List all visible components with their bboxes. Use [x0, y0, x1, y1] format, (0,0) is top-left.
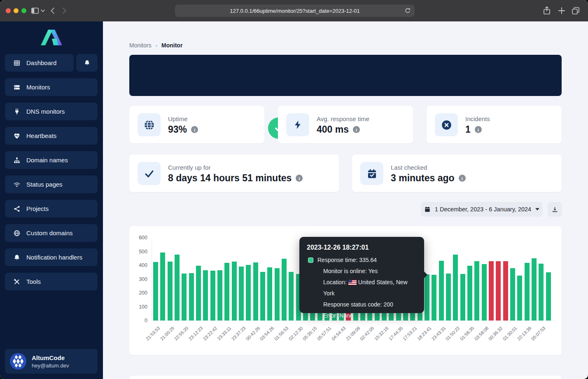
- sidebar-item-monitors[interactable]: Monitors: [5, 78, 98, 96]
- tooltip-location: Location:United States, New York: [307, 277, 417, 299]
- x-axis-label: 22:55:20: [163, 325, 189, 352]
- forward-button[interactable]: [59, 6, 68, 15]
- sidebar-item-label: Custom domains: [26, 229, 73, 236]
- avg-response-card: Avg. response time 400 ms: [278, 106, 413, 143]
- sidebar-item-status-pages[interactable]: Status pages: [5, 175, 98, 193]
- app-logo-icon[interactable]: [40, 27, 63, 48]
- sidebar-item-dns-monitors[interactable]: DNS monitors: [5, 103, 98, 120]
- user-profile[interactable]: AltumCode hey@altum.dev: [5, 349, 98, 374]
- stat-label: Uptime: [168, 115, 188, 122]
- date-range-picker[interactable]: 1 December, 2023 - 6 January, 2024: [421, 202, 543, 217]
- sidebar-item-label: Status pages: [26, 181, 63, 188]
- bell-icon: [13, 254, 21, 261]
- avatar: [10, 353, 26, 370]
- share-nodes-icon: [13, 205, 21, 213]
- x-axis-label: 05:35:15: [291, 325, 318, 352]
- sidebar-item-dashboard[interactable]: Dashboard: [5, 54, 74, 72]
- sidebar-item-tools[interactable]: Tools: [5, 273, 98, 290]
- info-icon[interactable]: [475, 126, 482, 133]
- stat-label: Avg. response time: [317, 115, 369, 122]
- sidebar-item-domain-names[interactable]: Domain names: [5, 151, 98, 169]
- share-icon[interactable]: [542, 6, 552, 16]
- sidebar-item-label: Monitors: [26, 84, 50, 91]
- check-icon: [138, 162, 161, 185]
- sidebar-item-label: DNS monitors: [26, 108, 65, 115]
- new-tab-icon[interactable]: [557, 6, 567, 16]
- incidents-card: Incidents 1: [427, 106, 562, 143]
- back-button[interactable]: [49, 6, 58, 15]
- zoom-window-button[interactable]: [21, 8, 26, 13]
- sidebar-item-heartbeats[interactable]: Heartbeats: [5, 127, 98, 145]
- export-button[interactable]: [548, 202, 562, 217]
- circle-xmark-icon: [435, 113, 458, 136]
- x-axis-label: 03:58:08: [462, 325, 489, 352]
- stat-value: 8 days 14 hours 51 minutes: [168, 173, 292, 184]
- next-section-card: [129, 376, 562, 379]
- wifi-icon: [13, 181, 21, 188]
- calendar-icon: [424, 206, 431, 213]
- breadcrumb: Monitors › Monitor: [129, 42, 182, 49]
- chevron-down-icon[interactable]: [41, 9, 45, 13]
- calendar-check-icon: [360, 162, 383, 185]
- sidebar-item-custom-domains[interactable]: Custom domains: [5, 224, 98, 242]
- info-icon[interactable]: [353, 126, 360, 133]
- x-axis-label: 15:32:16: [362, 325, 389, 352]
- x-axis-label: 23:12:23: [177, 325, 203, 352]
- bolt-icon: [286, 113, 309, 136]
- x-axis-label: 01:58:35: [448, 325, 475, 352]
- download-icon: [551, 206, 558, 213]
- sidebar-toggle-icon[interactable]: [30, 6, 40, 15]
- tooltip-status-code: Response status code: 200: [307, 299, 417, 310]
- sidebar-item-projects[interactable]: Projects: [5, 200, 98, 218]
- x-axis-label: 17:44:35: [377, 325, 404, 352]
- sidebar: Dashboard Monitors DNS monitors Heartbea…: [0, 21, 103, 379]
- stat-value: 93%: [168, 124, 187, 135]
- us-flag-icon: [348, 280, 357, 285]
- tooltip-error: Error: None: [307, 310, 417, 321]
- sidebar-item-notification-handlers[interactable]: Notification handlers: [5, 248, 98, 266]
- sitemap-icon: [13, 157, 21, 164]
- globe-icon: [13, 229, 21, 237]
- breadcrumb-monitors[interactable]: Monitors: [129, 42, 152, 49]
- bell-icon: [84, 59, 91, 66]
- x-axis-label: 04:54:43: [320, 325, 346, 352]
- user-email: hey@altum.dev: [32, 363, 69, 369]
- grid-icon: [13, 59, 21, 67]
- address-bar[interactable]: 127.0.0.1/66uptime/monitor/25?start_date…: [175, 5, 415, 17]
- tab-overview-icon[interactable]: [571, 6, 581, 16]
- x-axis-label: 03:54:26: [248, 325, 275, 352]
- browser-toolbar: 127.0.0.1/66uptime/monitor/25?start_date…: [0, 0, 588, 21]
- monitor-header-card: Example monitor https://example.com/: [129, 55, 562, 96]
- sidebar-item-label: Tools: [26, 278, 41, 285]
- tooltip-title: 2023-12-26 18:27:01: [307, 244, 417, 251]
- tooltip-response-time: Response time: 335.64: [317, 255, 377, 266]
- globe-icon: [138, 113, 161, 136]
- x-axis-label: 21:09:09: [334, 325, 361, 352]
- sidebar-item-label: Domain names: [26, 157, 68, 164]
- server-icon: [13, 84, 21, 91]
- x-axis-label: 00:42:26: [234, 325, 261, 352]
- notifications-button[interactable]: [76, 54, 98, 72]
- x-axis-label: 17:53:21: [391, 325, 418, 352]
- close-window-button[interactable]: [6, 8, 11, 13]
- minimize-window-button[interactable]: [14, 8, 19, 13]
- info-icon[interactable]: [191, 126, 198, 133]
- reload-icon[interactable]: [404, 7, 411, 14]
- x-axis-label: 01:50:22: [434, 325, 461, 352]
- info-icon[interactable]: [459, 175, 466, 182]
- tools-icon: [13, 278, 21, 285]
- x-axis-label: 21:00:25: [148, 325, 175, 352]
- info-icon[interactable]: [296, 175, 303, 182]
- chevron-right-icon: ›: [156, 42, 157, 49]
- x-axis-label: 00:36:32: [477, 325, 504, 352]
- user-name: AltumCode: [32, 354, 69, 361]
- stat-value: 3 minutes ago: [391, 173, 455, 184]
- x-axis-label: 22:13:39: [505, 325, 532, 352]
- x-axis-label: 02:42:05: [348, 325, 375, 352]
- date-range-label: 1 December, 2023 - 6 January, 2024: [435, 206, 531, 213]
- sidebar-item-label: Projects: [26, 205, 49, 212]
- caret-down-icon: [535, 208, 539, 211]
- x-axis-label: 18:23:41: [405, 325, 432, 352]
- series-marker-icon: [308, 257, 313, 263]
- uptime-card: Uptime 93%: [129, 106, 264, 143]
